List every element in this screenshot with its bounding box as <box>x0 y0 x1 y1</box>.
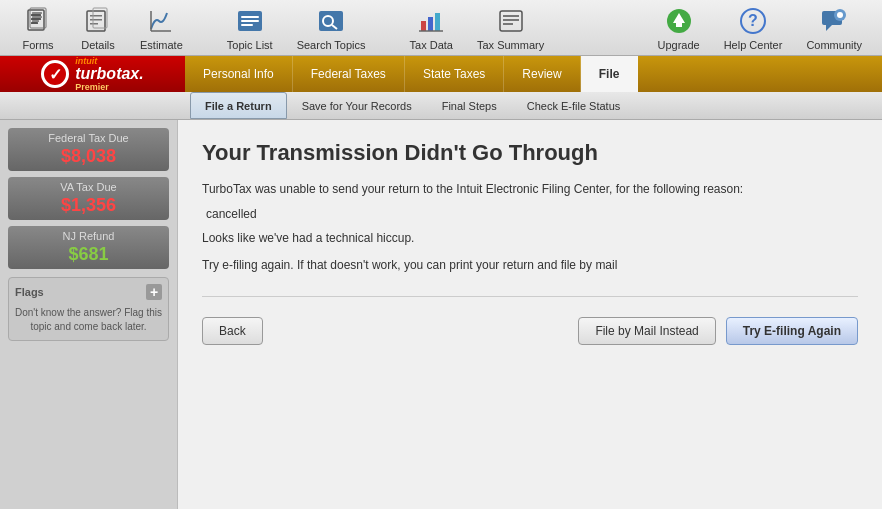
svg-rect-24 <box>435 13 440 31</box>
federal-tax-label: Federal Tax Due <box>16 132 161 144</box>
tax-summary-label: Tax Summary <box>477 39 544 51</box>
va-tax-item: VA Tax Due $1,356 <box>8 177 169 220</box>
community-icon <box>818 5 850 37</box>
content-body3: Try e-filing again. If that doesn't work… <box>202 256 858 275</box>
toolbar-community[interactable]: Community <box>794 1 874 55</box>
toolbar-help[interactable]: ? Help Center <box>712 1 795 55</box>
premier-label: Premier <box>75 82 109 92</box>
logo-area: ✓ intuit turbotax. Premier <box>0 56 185 92</box>
svg-rect-6 <box>32 16 42 18</box>
topic-list-label: Topic List <box>227 39 273 51</box>
subtab-save-records[interactable]: Save for Your Records <box>287 92 427 119</box>
tab-personal-info[interactable]: Personal Info <box>185 56 293 92</box>
svg-rect-29 <box>503 23 513 25</box>
svg-rect-5 <box>32 12 42 14</box>
content-body2: Looks like we've had a technical hiccup. <box>202 229 858 248</box>
toolbar-details[interactable]: Details <box>68 1 128 55</box>
upgrade-label: Upgrade <box>657 39 699 51</box>
back-button[interactable]: Back <box>202 317 263 345</box>
svg-rect-23 <box>428 17 433 31</box>
subtab-check-efile[interactable]: Check E-file Status <box>512 92 636 119</box>
svg-text:?: ? <box>748 12 758 29</box>
toolbar-tax-data[interactable]: Tax Data <box>398 1 465 55</box>
tab-file[interactable]: File <box>581 56 639 92</box>
federal-tax-item: Federal Tax Due $8,038 <box>8 128 169 171</box>
toolbar-upgrade[interactable]: Upgrade <box>645 1 711 55</box>
content-area: Your Transmission Didn't Go Through Turb… <box>178 120 882 509</box>
page-title: Your Transmission Didn't Go Through <box>202 140 858 166</box>
toolbar-tax-summary[interactable]: Tax Summary <box>465 1 556 55</box>
estimate-icon <box>145 5 177 37</box>
toolbar-forms[interactable]: Forms <box>8 1 68 55</box>
details-label: Details <box>81 39 115 51</box>
retry-efile-button[interactable]: Try E-filing Again <box>726 317 858 345</box>
flags-add-button[interactable]: + <box>146 284 162 300</box>
details-icon <box>82 5 114 37</box>
file-mail-button[interactable]: File by Mail Instead <box>578 317 715 345</box>
nj-label: NJ Refund <box>16 230 161 242</box>
help-icon: ? <box>737 5 769 37</box>
subnav: File a Return Save for Your Records Fina… <box>0 92 882 120</box>
cancelled-text: cancelled <box>202 207 858 221</box>
subtab-file-return[interactable]: File a Return <box>190 92 287 119</box>
help-label: Help Center <box>724 39 783 51</box>
subtab-final-steps[interactable]: Final Steps <box>427 92 512 119</box>
svg-rect-16 <box>241 16 259 18</box>
svg-rect-27 <box>503 15 519 17</box>
flags-panel: Flags + Don't know the answer? Flag this… <box>8 277 169 341</box>
content-divider <box>202 296 858 297</box>
svg-rect-2 <box>31 18 41 20</box>
chart-icon <box>415 5 447 37</box>
content-body1: TurboTax was unable to send your return … <box>202 180 858 199</box>
toolbar-topic-list[interactable]: Topic List <box>215 1 285 55</box>
tab-federal-taxes[interactable]: Federal Taxes <box>293 56 405 92</box>
estimate-label: Estimate <box>140 39 183 51</box>
toolbar: Forms Details Estimate <box>0 0 882 56</box>
search-topics-label: Search Topics <box>297 39 366 51</box>
main-area: Federal Tax Due $8,038 VA Tax Due $1,356… <box>0 120 882 509</box>
toolbar-search[interactable]: Search Topics <box>285 1 378 55</box>
svg-rect-11 <box>90 23 98 25</box>
tab-state-taxes[interactable]: State Taxes <box>405 56 504 92</box>
tab-review[interactable]: Review <box>504 56 580 92</box>
svg-rect-7 <box>32 20 39 22</box>
svg-rect-1 <box>31 14 41 16</box>
va-tax-label: VA Tax Due <box>16 181 161 193</box>
svg-rect-3 <box>31 22 38 24</box>
va-tax-value: $1,356 <box>16 195 161 216</box>
sidebar: Federal Tax Due $8,038 VA Tax Due $1,356… <box>0 120 178 509</box>
list-icon <box>234 5 266 37</box>
svg-rect-32 <box>676 23 682 27</box>
svg-rect-22 <box>421 21 426 31</box>
nj-value: $681 <box>16 244 161 265</box>
federal-tax-value: $8,038 <box>16 146 161 167</box>
search-icon <box>315 5 347 37</box>
flags-description: Don't know the answer? Flag this topic a… <box>15 306 162 334</box>
turbotax-checkmark: ✓ <box>41 60 69 88</box>
toolbar-estimate[interactable]: Estimate <box>128 1 195 55</box>
forms-label: Forms <box>22 39 53 51</box>
turbotax-logo: intuit turbotax. Premier <box>75 56 143 92</box>
upgrade-icon <box>663 5 695 37</box>
forms-icon <box>22 5 54 37</box>
nj-refund-item: NJ Refund $681 <box>8 226 169 269</box>
svg-rect-17 <box>241 20 259 22</box>
turbotax-name: turbotax. <box>75 66 143 82</box>
flags-header: Flags + <box>15 284 162 300</box>
summary-icon <box>495 5 527 37</box>
svg-rect-9 <box>90 15 102 17</box>
svg-rect-18 <box>241 24 253 26</box>
flags-label: Flags <box>15 286 44 298</box>
svg-rect-28 <box>503 19 519 21</box>
svg-rect-10 <box>90 19 102 21</box>
community-label: Community <box>806 39 862 51</box>
svg-point-38 <box>837 12 843 18</box>
button-row: Back File by Mail Instead Try E-filing A… <box>202 317 858 345</box>
tax-data-label: Tax Data <box>410 39 453 51</box>
svg-marker-36 <box>826 25 832 31</box>
